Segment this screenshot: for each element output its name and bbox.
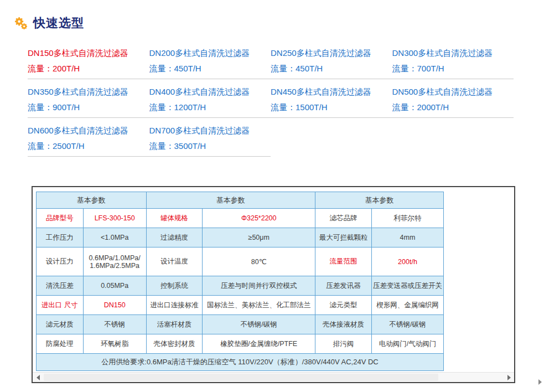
table-footer-row: 公用供给要求:0.6MPa清洁干燥的压缩空气 110V/220V（标准）/380… xyxy=(37,354,444,371)
supply-requirements-cell: 公用供给要求:0.6MPa清洁干燥的压缩空气 110V/220V（标准）/380… xyxy=(37,354,444,371)
spec-label-cell: 工作压力 xyxy=(37,228,84,247)
spec-value-cell: Φ325*2200 xyxy=(203,209,315,228)
spec-value-cell: <1.0MPa xyxy=(83,228,146,247)
product-link[interactable]: DN700多柱式自清洗过滤器 xyxy=(149,126,266,135)
spec-label-cell: 罐体规格 xyxy=(146,209,203,228)
spec-label-cell: 防腐处理 xyxy=(37,334,84,354)
scroll-right-arrow[interactable] xyxy=(504,373,513,381)
spec-value-cell: 不锈钢/​碳钢 xyxy=(371,315,443,334)
product-link[interactable]: DN250多柱式自清洗过滤器 xyxy=(271,49,387,57)
table-section-header-row: 基本参数 基本参数 基本参数 xyxy=(37,192,444,209)
quick-select-item[interactable]: DN300多柱式自清洗过滤器流量：700T/H xyxy=(392,48,514,79)
table-row: 清洗压差0.05MPa控制系统压差与时间并行双控模式压差发讯器压差变送器或压差开… xyxy=(37,276,444,296)
spec-label-cell: 品牌型号 xyxy=(37,209,84,228)
quick-select-item[interactable]: DN350多柱式自清洗过滤器流量：900T/H xyxy=(28,86,149,118)
product-link[interactable]: DN600多柱式自清洗过滤器 xyxy=(28,126,144,135)
quick-select-item[interactable]: DN600多柱式自清洗过滤器流量：2500T/H xyxy=(28,125,149,157)
product-link[interactable]: DN350多柱式自清洗过滤器 xyxy=(28,87,144,96)
scrollbar-thumb[interactable] xyxy=(44,374,438,381)
quick-select-item[interactable]: DN400多柱式自清洗过滤器流量：1200T/H xyxy=(149,86,271,118)
table-row: 工作压力<1.0MPa过滤精度≥50μm最大可拦截颗粒4mm xyxy=(37,228,444,247)
spec-value-cell: ≥50μm xyxy=(203,228,315,247)
spec-value-cell: DN150 xyxy=(83,296,146,315)
flow-rate-label: 流量：700T/H xyxy=(392,64,509,73)
spec-value-cell: 电动阀门/​气动阀门 xyxy=(371,334,443,354)
scroll-left-arrow[interactable] xyxy=(34,373,43,381)
quick-select-item[interactable]: DN200多柱式自清洗过滤器流量：450T/H xyxy=(149,48,271,79)
horizontal-scrollbar[interactable] xyxy=(33,372,514,382)
page-scroll-right-arrow[interactable] xyxy=(538,379,542,385)
page-header: 快速选型 xyxy=(13,15,84,32)
spec-value-cell: 0.05MPa xyxy=(83,276,146,296)
spec-label-cell: 排污阀 xyxy=(315,334,372,354)
spec-value-cell: 不锈钢 xyxy=(83,315,146,334)
flow-rate-label: 流量：200T/H xyxy=(28,64,144,73)
spec-label-cell: 设计温度 xyxy=(146,247,203,276)
flow-rate-label: 流量：2000T/H xyxy=(392,103,509,111)
spec-value-cell: 80℃ xyxy=(203,247,315,276)
quick-select-item[interactable]: DN700多柱式自清洗过滤器流量：3500T/H xyxy=(149,125,271,157)
spec-value-cell: 橡胶垫圈/​金属缠绕/​PTFE xyxy=(203,334,315,354)
spec-label-cell: 进出口连接标准 xyxy=(146,296,203,315)
spec-value-cell: 压差与时间并行双控模式 xyxy=(203,276,315,296)
spec-value-cell: 国标法兰、美标法兰、化工部法兰 xyxy=(203,296,315,315)
spec-label-cell: 最大可拦截颗粒 xyxy=(315,228,372,247)
table-row: 进出口 尺寸DN150进出口连接标准国标法兰、美标法兰、化工部法兰滤元类型楔形网… xyxy=(37,296,444,315)
spec-label-cell: 滤元材质 xyxy=(37,315,84,334)
spec-label-cell: 控制系统 xyxy=(146,276,203,296)
quick-select-item[interactable]: DN500多柱式自清洗过滤器流量：2000T/H xyxy=(392,86,514,118)
spec-label-cell: 壳体接液材质 xyxy=(315,315,372,334)
spec-label-cell: 滤芯品牌 xyxy=(315,209,372,228)
spec-value-cell: 利菲尔特 xyxy=(371,209,443,228)
table-row: 品牌型号LFS-300-150罐体规格Φ325*2200滤芯品牌利菲尔特 xyxy=(37,209,444,228)
flow-rate-label: 流量：900T/H xyxy=(28,103,144,111)
spec-value-cell: 0.6MPa/​1.0MPa/​1.6MPa/​2.5MPa xyxy=(83,247,146,276)
section-header-cell: 基本参数 xyxy=(315,192,444,209)
spec-value-cell: 环氧树脂 xyxy=(83,334,146,354)
spec-table: 基本参数 基本参数 基本参数 品牌型号LFS-300-150罐体规格Φ325*2… xyxy=(36,192,444,371)
page-title: 快速选型 xyxy=(33,15,84,32)
spec-label-cell: 壳体密封材质 xyxy=(146,334,203,354)
spec-label-cell: 设计压力 xyxy=(37,247,84,276)
spec-label-cell: 活塞杆材质 xyxy=(146,315,203,334)
spec-value-cell: LFS-300-150 xyxy=(83,209,146,228)
product-link[interactable]: DN400多柱式自清洗过滤器 xyxy=(149,87,266,96)
spec-value-cell: 4mm xyxy=(371,228,443,247)
spec-value-cell: 压差变送器或压差开关 xyxy=(371,276,443,296)
flow-rate-label: 流量：2500T/H xyxy=(28,142,144,150)
flow-rate-label: 流量：3500T/H xyxy=(149,142,266,150)
spec-value-cell: 不锈钢/​碳钢 xyxy=(203,315,315,334)
product-link[interactable]: DN450多柱式自清洗过滤器 xyxy=(271,87,387,96)
table-row: 设计压力0.6MPa/​1.0MPa/​1.6MPa/​2.5MPa设计温度80… xyxy=(37,247,444,276)
table-row: 防腐处理环氧树脂壳体密封材质橡胶垫圈/​金属缠绕/​PTFE排污阀电动阀门/​气… xyxy=(37,334,444,354)
product-link[interactable]: DN500多柱式自清洗过滤器 xyxy=(392,87,509,96)
product-link[interactable]: DN150多柱式自清洗过滤器 xyxy=(28,49,144,57)
quick-select-item[interactable]: DN450多柱式自清洗过滤器流量：1500T/H xyxy=(271,86,392,118)
spec-label-cell: 进出口 尺寸 xyxy=(37,296,84,315)
product-link[interactable]: DN200多柱式自清洗过滤器 xyxy=(149,49,266,57)
spec-label-cell: 清洗压差 xyxy=(37,276,84,296)
flow-rate-label: 流量：1500T/H xyxy=(271,103,387,111)
flow-rate-label: 流量：1200T/H xyxy=(149,103,266,111)
spec-table-frame: 基本参数 基本参数 基本参数 品牌型号LFS-300-150罐体规格Φ325*2… xyxy=(32,186,515,383)
quick-select-item[interactable]: DN250多柱式自清洗过滤器流量：450T/H xyxy=(271,48,392,79)
section-header-cell: 基本参数 xyxy=(146,192,315,209)
spec-label-cell: 流量范围 xyxy=(315,247,372,276)
spec-value-cell: 楔形网、金属编织网 xyxy=(371,296,443,315)
product-link[interactable]: DN300多柱式自清洗过滤器 xyxy=(392,49,509,57)
quick-select-grid: DN150多柱式自清洗过滤器流量：200T/HDN200多柱式自清洗过滤器流量：… xyxy=(28,48,514,164)
flow-rate-label: 流量：450T/H xyxy=(149,64,266,73)
quick-select-item[interactable]: DN150多柱式自清洗过滤器流量：200T/H xyxy=(28,48,149,79)
spec-label-cell: 过滤精度 xyxy=(146,228,203,247)
spec-label-cell: 滤元类型 xyxy=(315,296,372,315)
spec-label-cell: 压差发讯器 xyxy=(315,276,372,296)
table-row: 滤元材质不锈钢活塞杆材质不锈钢/​碳钢壳体接液材质不锈钢/​碳钢 xyxy=(37,315,444,334)
flow-rate-label: 流量：450T/H xyxy=(271,64,387,73)
spec-value-cell: 200t/​h xyxy=(371,247,443,276)
gears-icon xyxy=(13,16,28,31)
section-header-cell: 基本参数 xyxy=(37,192,147,209)
